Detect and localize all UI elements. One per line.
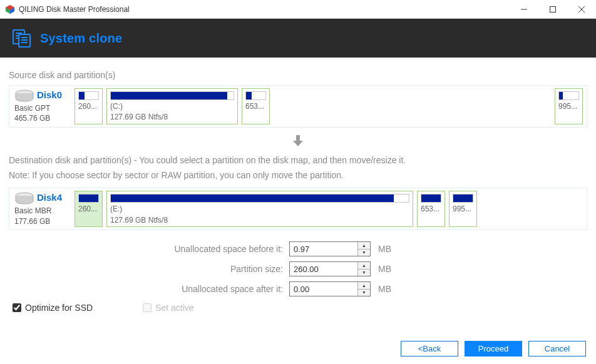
back-button[interactable]: <Back bbox=[401, 341, 458, 356]
proceed-button[interactable]: Proceed bbox=[465, 341, 522, 356]
spin-up-icon[interactable]: ▲ bbox=[358, 282, 370, 290]
partition-box[interactable]: 995... bbox=[449, 191, 477, 227]
partition-label: 653... bbox=[421, 205, 441, 213]
partition-box: 995... bbox=[555, 88, 583, 124]
partition-box[interactable]: 653... bbox=[417, 191, 445, 227]
svg-marker-17 bbox=[293, 141, 303, 146]
partition-size-input[interactable]: ▲▼ bbox=[289, 261, 371, 276]
minimize-button[interactable] bbox=[510, 0, 538, 19]
app-logo-icon bbox=[5, 4, 15, 14]
partition-label: (C:) bbox=[110, 102, 234, 111]
optimize-ssd-checkbox[interactable]: Optimize for SSD bbox=[13, 303, 93, 313]
hard-drive-icon bbox=[14, 89, 34, 103]
unit-label: MB bbox=[378, 264, 391, 274]
titlebar: QILING Disk Master Professional bbox=[0, 0, 596, 19]
source-disk-size: 465.76 GB bbox=[14, 113, 71, 123]
source-disk-name: Disk0 bbox=[37, 89, 62, 100]
destination-disk-type: Basic MBR bbox=[14, 206, 71, 216]
partition-box: 653... bbox=[242, 88, 270, 124]
spin-up-icon[interactable]: ▲ bbox=[358, 242, 370, 250]
source-disk-row: Disk0 Basic GPT 465.76 GB 260...(C:)127.… bbox=[9, 85, 587, 128]
after-space-label: Unallocated space after it: bbox=[9, 284, 289, 294]
partition-label: 260... bbox=[78, 205, 99, 213]
close-button[interactable] bbox=[567, 0, 596, 19]
partition-label: 995... bbox=[558, 102, 579, 111]
system-clone-icon bbox=[11, 28, 31, 48]
source-disk-type: Basic GPT bbox=[14, 103, 71, 113]
before-space-label: Unallocated space before it: bbox=[9, 244, 289, 254]
partition-sublabel: 127.69 GB Ntfs/8 bbox=[110, 216, 409, 225]
partition-box: (C:)127.69 GB Ntfs/8 bbox=[106, 88, 238, 124]
window-title: QILING Disk Master Professional bbox=[19, 5, 130, 14]
partition-sublabel: 127.69 GB Ntfs/8 bbox=[110, 113, 234, 121]
destination-disk-row[interactable]: Disk4 Basic MBR 177.66 GB 260...(E:)127.… bbox=[9, 188, 587, 230]
svg-rect-16 bbox=[296, 135, 300, 141]
source-section-label: Source disk and partition(s) bbox=[9, 70, 587, 80]
page-header: System clone bbox=[0, 19, 596, 58]
destination-disk-size: 177.66 GB bbox=[14, 216, 71, 226]
unit-label: MB bbox=[378, 284, 391, 294]
destination-section-label: Destination disk and partition(s) - You … bbox=[9, 153, 587, 183]
source-disk-info: Disk0 Basic GPT 465.76 GB bbox=[13, 88, 71, 124]
unit-label: MB bbox=[378, 244, 391, 254]
spin-down-icon[interactable]: ▼ bbox=[358, 290, 370, 296]
hard-drive-icon bbox=[14, 192, 34, 206]
partition-box[interactable]: (E:)127.69 GB Ntfs/8 bbox=[106, 191, 413, 227]
partition-label: 653... bbox=[245, 102, 266, 111]
page-title: System clone bbox=[40, 31, 122, 46]
destination-disk-info: Disk4 Basic MBR 177.66 GB bbox=[13, 191, 71, 227]
maximize-button[interactable] bbox=[538, 0, 567, 19]
footer-buttons: <Back Proceed Cancel bbox=[401, 341, 586, 356]
spin-down-icon[interactable]: ▼ bbox=[358, 270, 370, 276]
partition-size-label: Partition size: bbox=[9, 264, 289, 274]
partition-box: 260... bbox=[74, 88, 103, 124]
partition-label: 260... bbox=[78, 102, 99, 111]
cancel-button[interactable]: Cancel bbox=[528, 341, 586, 356]
partition-box[interactable]: 260... bbox=[74, 191, 103, 227]
down-arrow-icon bbox=[9, 134, 587, 149]
before-space-input[interactable]: ▲▼ bbox=[289, 241, 371, 256]
partition-label: (E:) bbox=[110, 205, 409, 213]
after-space-input[interactable]: ▲▼ bbox=[289, 281, 371, 296]
destination-disk-name: Disk4 bbox=[37, 192, 62, 203]
set-active-checkbox: Set active bbox=[143, 303, 193, 313]
svg-rect-4 bbox=[550, 6, 556, 12]
spin-up-icon[interactable]: ▲ bbox=[358, 262, 370, 270]
spin-down-icon[interactable]: ▼ bbox=[358, 250, 370, 256]
partition-label: 995... bbox=[453, 205, 473, 213]
